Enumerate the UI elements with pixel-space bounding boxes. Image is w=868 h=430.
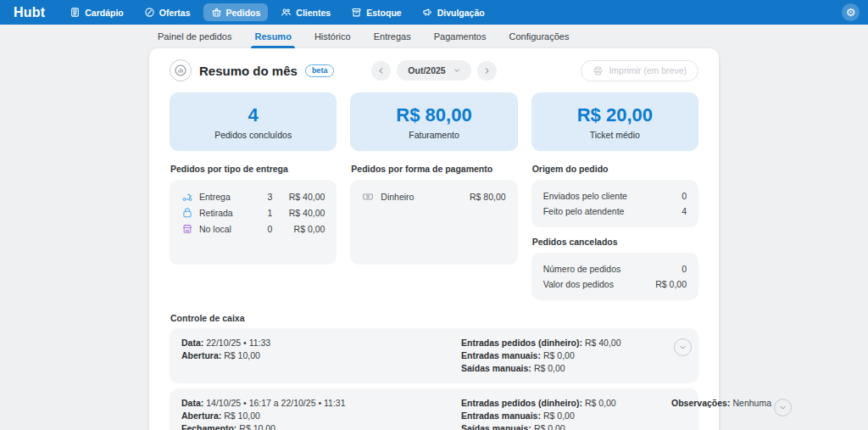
delivery-row-count: 1 <box>250 208 272 218</box>
stat-cards: 4 Pedidos concluídos R$ 80,00 Faturament… <box>170 92 698 151</box>
bag-icon <box>181 207 199 219</box>
report-chart-icon <box>170 59 192 81</box>
cashbox-line: Observações:Nenhuma <box>671 397 771 410</box>
cashbox-line-value: R$ 40,00 <box>585 338 621 348</box>
basket-icon <box>211 7 222 18</box>
cashbox-line-value: R$ 0,00 <box>534 363 565 373</box>
chevron-down-icon <box>453 67 460 74</box>
origin-box: Enviados pelo cliente 0 Feito pelo atend… <box>531 180 698 227</box>
month-selector: Out/2025 <box>371 60 496 81</box>
stat-card-revenue: R$ 80,00 Faturamento <box>350 92 517 151</box>
payment-row-label: Dinheiro <box>381 192 414 202</box>
cashbox-line: Entradas pedidos (dinheiro):R$ 0,00 <box>461 397 671 410</box>
cashbox-line: Fechamento:R$ 10,00 <box>181 422 461 430</box>
cashbox-entry-notes: Observações:Nenhuma <box>671 397 771 410</box>
panel-title: Origem do pedido <box>532 164 698 174</box>
stat-card-concluded: 4 Pedidos concluídos <box>170 92 337 151</box>
delivery-row-count: 3 <box>250 192 272 202</box>
cashbox-line-value: R$ 0,00 <box>543 410 575 421</box>
delivery-row-amount: R$ 0,00 <box>272 224 325 234</box>
cancelled-row: Valor dos pedidos R$ 0,00 <box>543 276 687 292</box>
tab-resumo[interactable]: Resumo <box>254 25 291 48</box>
cashbox-line-value: R$ 0,00 <box>543 350 575 360</box>
nav-item-cardapio[interactable]: Cardápio <box>62 3 131 21</box>
delivery-row-amount: R$ 40,00 <box>272 208 325 218</box>
cashbox-line-value: Nenhuma <box>732 398 771 408</box>
delivery-row-amount: R$ 40,00 <box>272 192 325 202</box>
nav-item-ofertas[interactable]: Ofertas <box>136 3 198 21</box>
payment-method-panel: Pedidos por forma de pagamento Dinheiro … <box>350 164 517 300</box>
delivery-row-retirada: Retirada 1 R$ 40,00 <box>181 204 325 221</box>
users-icon <box>281 7 292 18</box>
tab-pagamentos[interactable]: Pagamentos <box>434 25 487 48</box>
cashbox-line: Saídas manuais:R$ 0,00 <box>461 362 671 375</box>
cashbox-line-label: Abertura: <box>181 350 221 360</box>
page-title: Resumo do mês <box>199 64 298 78</box>
cashbox-entry-dates: Data:22/10/25 • 11:33Abertura:R$ 10,00 <box>181 337 461 362</box>
store-icon <box>181 223 199 235</box>
nav-item-clientes[interactable]: Clientes <box>273 3 338 21</box>
cancelled-row: Número de pedidos 0 <box>543 261 687 276</box>
nav-item-pedidos[interactable]: Pedidos <box>203 3 269 21</box>
cashbox-entry-movements: Entradas pedidos (dinheiro):R$ 0,00Entra… <box>461 397 671 430</box>
cashbox-line-label: Entradas manuais: <box>461 350 541 360</box>
month-label: Out/2025 <box>408 65 445 75</box>
tab-configuracoes[interactable]: Configurações <box>509 25 569 48</box>
delivery-row-entrega: Entrega 3 R$ 40,00 <box>181 188 325 204</box>
expand-entry-button[interactable] <box>774 399 792 416</box>
tab-painel-de-pedidos[interactable]: Painel de pedidos <box>158 25 231 48</box>
cashbox-line-label: Data: <box>181 398 203 408</box>
tab-entregas[interactable]: Entregas <box>374 25 411 48</box>
cashbox-line-value: R$ 10,00 <box>224 410 260 421</box>
cashbox-line: Data:22/10/25 • 11:33 <box>181 337 461 349</box>
cashbox-title: Controle de caixa <box>170 313 698 323</box>
expand-entry-button[interactable] <box>674 338 692 356</box>
gear-icon: ⚙ <box>846 7 856 18</box>
nav-item-divulgacao[interactable]: Divulgação <box>415 3 492 21</box>
cashbox-line-value: 22/10/25 • 11:33 <box>206 338 270 348</box>
cashbox-line-label: Entradas manuais: <box>461 410 541 421</box>
cashbox-entry: Data:22/10/25 • 11:33Abertura:R$ 10,00 E… <box>170 328 698 383</box>
origin-row-value: 0 <box>682 188 687 204</box>
cashbox-line-label: Entradas pedidos (dinheiro): <box>461 398 582 408</box>
section-tabs: Painel de pedidos Resumo Histórico Entre… <box>158 25 868 48</box>
payment-method-box: Dinheiro R$ 80,00 <box>350 180 517 265</box>
cashbox-line: Abertura:R$ 10,00 <box>181 410 461 422</box>
print-button[interactable]: Imprimir (em breve) <box>581 60 698 81</box>
nav-item-label: Pedidos <box>226 8 261 18</box>
scooter-icon <box>181 191 199 203</box>
nav-item-estoque[interactable]: Estoque <box>343 3 409 21</box>
breakdown-panels: Pedidos por tipo de entrega Entrega 3 R$… <box>170 164 698 300</box>
tab-historico[interactable]: Histórico <box>314 25 351 48</box>
stat-label: Ticket médio <box>590 130 640 140</box>
summary-card: Resumo do mês beta Out/2025 Imprimir (em… <box>149 48 719 430</box>
prev-month-button[interactable] <box>371 61 391 81</box>
cashbox-line: Data:14/10/25 • 16:17 a 22/10/25 • 11:31 <box>181 397 461 410</box>
cashbox-line-label: Observações: <box>671 398 730 408</box>
origin-row: Enviados pelo cliente 0 <box>543 188 687 204</box>
cashbox-line-value: R$ 10,00 <box>224 350 260 360</box>
origin-row: Feito pelo atendente 4 <box>543 204 687 219</box>
megaphone-icon <box>422 7 433 18</box>
cancelled-row-label: Número de pedidos <box>543 261 621 276</box>
cashbox-line-label: Data: <box>181 338 203 348</box>
nav-item-label: Cardápio <box>85 8 124 18</box>
chevron-down-icon <box>679 343 687 351</box>
menu-board-icon <box>70 7 81 18</box>
delivery-row-no-local: No local 0 R$ 0,00 <box>181 221 325 237</box>
cashbox-line: Saídas manuais:R$ 0,00 <box>461 422 671 430</box>
delivery-row-label: Retirada <box>199 208 250 218</box>
cashbox-line-value: R$ 10,00 <box>239 423 275 430</box>
top-navbar: Hubt Cardápio Ofertas Pedidos Clientes E… <box>0 0 868 25</box>
cashbox-line-value: 14/10/25 • 16:17 a 22/10/25 • 11:31 <box>206 398 345 408</box>
cashbox-line-value: R$ 0,00 <box>585 398 616 408</box>
month-dropdown[interactable]: Out/2025 <box>397 60 470 81</box>
next-month-button[interactable] <box>477 61 497 81</box>
printer-icon <box>593 65 604 76</box>
settings-button[interactable]: ⚙ <box>842 3 860 21</box>
chevron-right-icon <box>483 67 491 75</box>
payment-row-amount: R$ 80,00 <box>470 192 506 202</box>
cashbox-line-label: Abertura: <box>181 410 221 421</box>
cashbox-line-label: Entradas pedidos (dinheiro): <box>461 338 582 348</box>
banknote-icon <box>362 191 374 203</box>
